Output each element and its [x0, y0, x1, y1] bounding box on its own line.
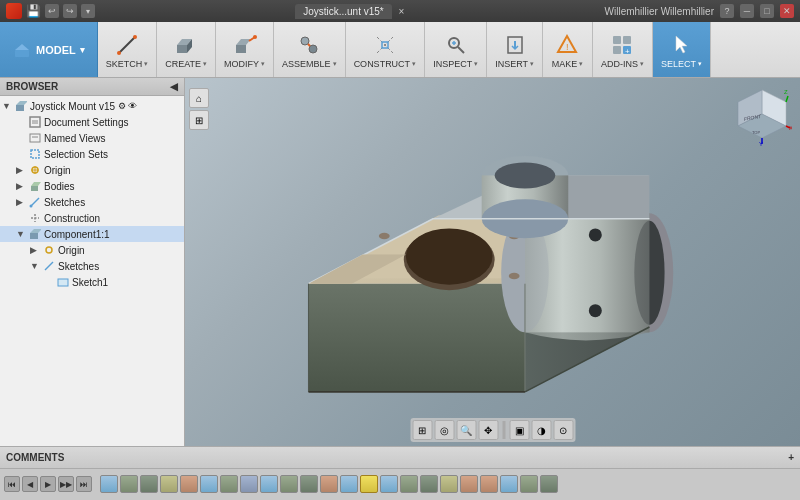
timeline-feature-22[interactable]	[520, 475, 538, 493]
sketch-menu[interactable]: SKETCH ▾	[98, 22, 158, 77]
addins-label: ADD-INS ▾	[601, 59, 644, 69]
tree-item-bodies[interactable]: ▶ Bodies	[0, 178, 184, 194]
tree-toggle[interactable]: ▼	[16, 229, 28, 239]
tree-item-named-views[interactable]: Named Views	[0, 130, 184, 146]
tree-toggle[interactable]: ▼	[30, 261, 42, 271]
extra-btn[interactable]: ▾	[81, 4, 95, 18]
nav-cube[interactable]: Z X Y FRONT TOP	[732, 86, 792, 146]
tree-toggle[interactable]: ▶	[16, 165, 28, 175]
timeline-feature-8[interactable]	[240, 475, 258, 493]
sketch-icon	[113, 31, 141, 59]
timeline-feature-1[interactable]	[100, 475, 118, 493]
timeline-last-btn[interactable]: ⏭	[76, 476, 92, 492]
toolbar: MODEL ▾ SKETCH ▾ CREATE ▾	[0, 22, 800, 78]
timeline-feature-10[interactable]	[280, 475, 298, 493]
timeline-feature-11[interactable]	[300, 475, 318, 493]
timeline-feature-12[interactable]	[320, 475, 338, 493]
grid-btn[interactable]: ⊞	[412, 420, 432, 440]
tree-item-sketch1[interactable]: Sketch1	[0, 274, 184, 290]
help-btn[interactable]: ?	[720, 4, 734, 18]
shadow-btn[interactable]: ◑	[531, 420, 551, 440]
timeline-feature-14[interactable]	[360, 475, 378, 493]
xray-btn[interactable]: ⊙	[553, 420, 573, 440]
timeline-play-btn[interactable]: ▶	[40, 476, 56, 492]
addins-menu[interactable]: + ADD-INS ▾	[593, 22, 653, 77]
comments-bar: COMMENTS +	[0, 447, 800, 469]
assemble-menu[interactable]: ASSEMBLE ▾	[274, 22, 346, 77]
pan-btn[interactable]: ✥	[478, 420, 498, 440]
timeline-feature-21[interactable]	[500, 475, 518, 493]
front-face	[309, 284, 525, 392]
visibility-icon[interactable]: 👁	[128, 101, 137, 111]
timeline-prev-btn[interactable]: ◀	[22, 476, 38, 492]
timeline-feature-13[interactable]	[340, 475, 358, 493]
comments-expand-btn[interactable]: +	[788, 452, 794, 463]
tree-item-comp-origin[interactable]: ▶ Origin	[0, 242, 184, 258]
insert-menu[interactable]: INSERT ▾	[487, 22, 543, 77]
timeline-feature-23[interactable]	[540, 475, 558, 493]
redo-btn[interactable]: ↪	[63, 4, 77, 18]
timeline-feature-7[interactable]	[220, 475, 238, 493]
svg-marker-33	[16, 101, 27, 105]
maximize-btn[interactable]: □	[760, 4, 774, 18]
close-btn[interactable]: ✕	[780, 4, 794, 18]
timeline-feature-17[interactable]	[420, 475, 438, 493]
svg-rect-8	[236, 45, 246, 53]
timeline-feature-19[interactable]	[460, 475, 478, 493]
tree-toggle[interactable]: ▶	[30, 245, 42, 255]
tree-item-selection-sets[interactable]: Selection Sets	[0, 146, 184, 162]
tab-label[interactable]: Joystick...unt v15*	[295, 4, 392, 19]
inspect-menu[interactable]: INSPECT ▾	[425, 22, 487, 77]
home-view-btn[interactable]: ⌂	[189, 88, 209, 108]
timeline-feature-4[interactable]	[160, 475, 178, 493]
tree-toggle[interactable]: ▶	[16, 181, 28, 191]
timeline-first-btn[interactable]: ⏮	[4, 476, 20, 492]
minimize-btn[interactable]: ─	[740, 4, 754, 18]
assemble-icon	[295, 31, 323, 59]
create-menu[interactable]: CREATE ▾	[157, 22, 216, 77]
tree-toggle[interactable]: ▼	[2, 101, 14, 111]
construct-menu[interactable]: CONSTRUCT ▾	[346, 22, 426, 77]
close-tab-btn[interactable]: ×	[399, 6, 405, 17]
make-icon: !	[553, 31, 581, 59]
svg-rect-27	[623, 36, 631, 44]
make-menu[interactable]: ! MAKE ▾	[543, 22, 593, 77]
browser-panel: BROWSER ◀ ▼ Joystick Mount v15 ⚙ 👁	[0, 78, 185, 446]
tree-item-sketches[interactable]: ▶ Sketches	[0, 194, 184, 210]
display-mode-btn[interactable]: ▣	[509, 420, 529, 440]
timeline-feature-20[interactable]	[480, 475, 498, 493]
timeline-feature-2[interactable]	[120, 475, 138, 493]
timeline-feature-18[interactable]	[440, 475, 458, 493]
save-icon[interactable]: 💾	[26, 4, 41, 18]
tree-item-component1[interactable]: ▼ Component1:1	[0, 226, 184, 242]
title-bar-right: Willemhillier Willemhillier ? ─ □ ✕	[605, 4, 794, 18]
make-label: MAKE ▾	[552, 59, 584, 69]
tree-item-root[interactable]: ▼ Joystick Mount v15 ⚙ 👁	[0, 98, 184, 114]
timeline-feature-6[interactable]	[200, 475, 218, 493]
timeline-feature-5[interactable]	[180, 475, 198, 493]
tree-toggle[interactable]: ▶	[16, 197, 28, 207]
timeline-feature-9[interactable]	[260, 475, 278, 493]
svg-line-59	[786, 96, 788, 102]
settings-icon[interactable]: ⚙	[118, 101, 126, 111]
model-menu-btn[interactable]: MODEL ▾	[0, 22, 98, 77]
fit-view-btn[interactable]: ⊞	[189, 110, 209, 130]
timeline-feature-15[interactable]	[380, 475, 398, 493]
modify-menu[interactable]: MODIFY ▾	[216, 22, 274, 77]
tree-item-comp-sketches[interactable]: ▼ Sketches	[0, 258, 184, 274]
select-menu[interactable]: SELECT ▾	[653, 22, 711, 77]
viewport[interactable]: Z X Y FRONT TOP ⌂ ⊞ ⊞ ◎ 🔍 ✥ ▣ ◑ ⊙	[185, 78, 800, 446]
timeline-next-btn[interactable]: ▶▶	[58, 476, 74, 492]
bottom-area: COMMENTS + ⏮ ◀ ▶ ▶▶ ⏭	[0, 446, 800, 500]
orbit-btn[interactable]: ◎	[434, 420, 454, 440]
timeline-feature-3[interactable]	[140, 475, 158, 493]
tree-item-construction[interactable]: Construction	[0, 210, 184, 226]
timeline-feature-16[interactable]	[400, 475, 418, 493]
browser-collapse-btn[interactable]: ◀	[170, 81, 178, 92]
tree-item-doc-settings[interactable]: Document Settings	[0, 114, 184, 130]
tree-item-origin[interactable]: ▶ Origin	[0, 162, 184, 178]
svg-line-52	[45, 262, 53, 270]
zoom-btn[interactable]: 🔍	[456, 420, 476, 440]
undo-btn[interactable]: ↩	[45, 4, 59, 18]
insert-icon	[501, 31, 529, 59]
